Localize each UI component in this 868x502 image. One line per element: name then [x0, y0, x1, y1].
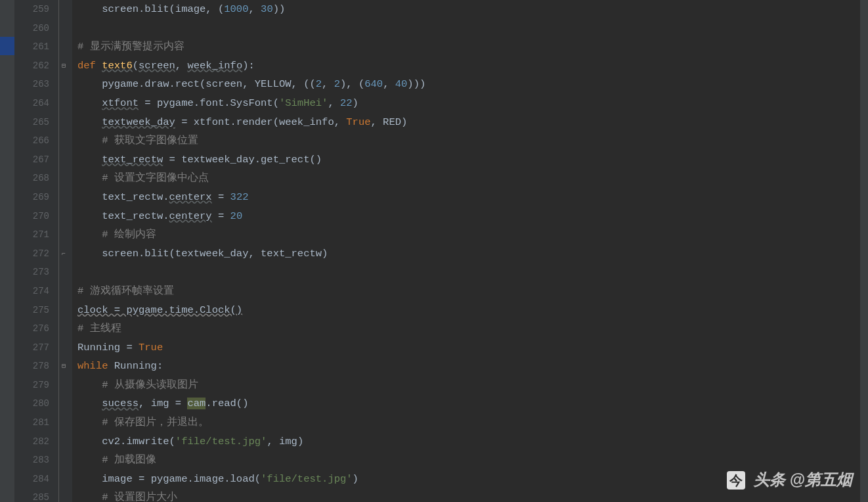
fold-icon[interactable]: ⊟: [62, 363, 69, 370]
code-line[interactable]: # 设置文字图像中心点: [77, 169, 868, 188]
code-line[interactable]: sucess, img = cam.read(): [77, 394, 868, 413]
code-line[interactable]: # 主线程: [77, 319, 868, 338]
line-number[interactable]: 264: [14, 94, 58, 113]
fold-icon[interactable]: ⊟: [62, 62, 69, 70]
code-line[interactable]: def text6(screen, week_info):: [77, 57, 868, 76]
code-line[interactable]: # 从摄像头读取图片: [77, 376, 868, 395]
code-line[interactable]: # 获取文字图像位置: [77, 131, 868, 150]
code-line[interactable]: # 加载图像: [77, 451, 868, 470]
line-number[interactable]: 277: [14, 338, 58, 357]
code-line[interactable]: Running = True: [77, 338, 868, 357]
line-number[interactable]: 259: [14, 0, 58, 19]
code-line[interactable]: [77, 19, 868, 38]
line-number[interactable]: 263: [14, 75, 58, 94]
watermark-prefix: 头条: [754, 470, 785, 488]
code-line[interactable]: text_rectw.centery = 20: [77, 207, 868, 226]
code-line[interactable]: while Running:: [77, 357, 868, 376]
line-number[interactable]: 273: [14, 263, 58, 282]
line-number[interactable]: 261: [14, 37, 58, 57]
line-number[interactable]: 265: [14, 113, 58, 132]
fold-icon[interactable]: ⌐: [62, 250, 69, 258]
line-number[interactable]: 268: [14, 169, 58, 188]
left-sidebar: [0, 0, 14, 502]
scrollbar[interactable]: [860, 0, 868, 502]
line-number[interactable]: 262: [14, 57, 58, 76]
line-number[interactable]: 269: [14, 188, 58, 207]
fold-gutter[interactable]: ⊟⌐⊟: [59, 0, 72, 502]
code-line[interactable]: # 显示满预警提示内容: [77, 37, 868, 57]
code-line[interactable]: [77, 263, 868, 282]
line-number[interactable]: 266: [14, 131, 58, 150]
code-line[interactable]: text_rectw = textweek_day.get_rect(): [77, 150, 868, 170]
line-number[interactable]: 272: [14, 244, 58, 263]
code-line[interactable]: # 绘制内容: [77, 225, 868, 244]
line-number[interactable]: 285: [14, 488, 58, 502]
code-line[interactable]: screen.blit(image, (1000, 30)): [77, 0, 868, 19]
line-number[interactable]: 267: [14, 150, 58, 170]
code-line[interactable]: xtfont = pygame.font.SysFont('SimHei', 2…: [77, 94, 868, 113]
code-line[interactable]: pygame.draw.rect(screen, YELLOW, ((2, 2)…: [77, 75, 868, 94]
line-number[interactable]: 260: [14, 19, 58, 38]
code-line[interactable]: cv2.imwrite('file/test.jpg', img): [77, 432, 868, 451]
line-number[interactable]: 280: [14, 394, 58, 413]
code-editor-area[interactable]: screen.blit(image, (1000, 30))# 显示满预警提示内…: [72, 0, 868, 502]
line-number[interactable]: 279: [14, 376, 58, 395]
line-number[interactable]: 284: [14, 470, 58, 489]
line-number[interactable]: 270: [14, 207, 58, 226]
code-line[interactable]: text_rectw.centerx = 322: [77, 188, 868, 207]
line-number[interactable]: 281: [14, 413, 58, 432]
watermark-badge-icon: 今: [727, 471, 745, 490]
editor-container: 2592602612622632642652662672682692702712…: [0, 0, 868, 502]
line-number[interactable]: 271: [14, 225, 58, 244]
line-number[interactable]: 274: [14, 282, 58, 301]
watermark: 今 头条 @第五烟: [727, 469, 852, 490]
line-number[interactable]: 275: [14, 301, 58, 320]
line-number-gutter[interactable]: 2592602612622632642652662672682692702712…: [14, 0, 59, 502]
code-line[interactable]: textweek_day = xtfont.render(week_info, …: [77, 113, 868, 132]
code-line[interactable]: # 设置图片大小: [77, 488, 868, 502]
line-number[interactable]: 278: [14, 357, 58, 376]
watermark-handle: @第五烟: [790, 470, 852, 488]
code-line[interactable]: screen.blit(textweek_day, text_rectw): [77, 244, 868, 263]
line-number[interactable]: 282: [14, 432, 58, 451]
line-number[interactable]: 283: [14, 451, 58, 470]
code-line[interactable]: # 保存图片，并退出。: [77, 413, 868, 432]
code-line[interactable]: # 游戏循环帧率设置: [77, 282, 868, 301]
line-number[interactable]: 276: [14, 319, 58, 338]
code-line[interactable]: clock = pygame.time.Clock(): [77, 301, 868, 320]
highlight-marker: [0, 37, 14, 55]
